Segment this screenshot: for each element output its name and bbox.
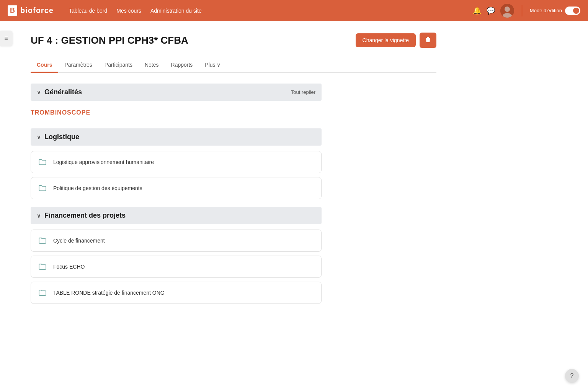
notifications-icon[interactable]: 🔔	[473, 7, 481, 15]
list-item[interactable]: Cycle de financement	[31, 230, 322, 252]
nav-tableau-de-bord[interactable]: Tableau de bord	[69, 8, 107, 14]
section-generalites-header[interactable]: ∨ Généralités Tout replier	[31, 84, 322, 101]
chevron-logistique-icon: ∨	[37, 134, 41, 140]
tab-notes[interactable]: Notes	[139, 57, 165, 72]
chevron-icon: ∨	[37, 89, 41, 95]
section-generalites-title-group: ∨ Généralités	[37, 88, 82, 96]
delete-icon	[425, 36, 431, 43]
nav-administration[interactable]: Administration du site	[150, 8, 202, 14]
section-financement-title-group: ∨ Financement des projets	[37, 212, 126, 220]
sidebar-toggle-button[interactable]: ≡	[0, 31, 12, 46]
folder-icon	[37, 183, 48, 194]
title-actions: Changer la vignette	[356, 33, 436, 48]
main-nav: Tableau de bord Mes cours Administration…	[69, 8, 202, 14]
course-item-label: Cycle de financement	[53, 238, 105, 244]
course-tabs: Cours Paramètres Participants Notes Rapp…	[31, 57, 436, 73]
delete-button[interactable]	[420, 33, 436, 48]
tab-parametres[interactable]: Paramètres	[58, 57, 98, 72]
course-item-label: Politique de gestion des équipements	[53, 185, 142, 191]
section-generalites: ∨ Généralités Tout replier TROMBINOSCOPE	[31, 84, 322, 119]
edition-toggle-switch[interactable]	[565, 7, 580, 15]
course-item-label: TABLE RONDE stratégie de financement ONG	[53, 290, 165, 296]
svg-rect-3	[426, 38, 430, 39]
messages-icon[interactable]: 💬	[487, 7, 495, 15]
section-generalites-title: Généralités	[44, 88, 82, 96]
logo-box: B	[8, 5, 17, 16]
course-item-label: Logistique approvisionnement humanitaire	[53, 159, 154, 165]
course-item-label: Focus ECHO	[53, 264, 85, 270]
logo-name: bioforce	[20, 6, 54, 15]
main-header: B bioforce Tableau de bord Mes cours Adm…	[0, 0, 588, 21]
change-vignette-button[interactable]: Changer la vignette	[356, 33, 416, 47]
section-financement-title: Financement des projets	[44, 212, 126, 220]
tab-participants[interactable]: Participants	[98, 57, 139, 72]
mode-edition-toggle[interactable]: Mode d'édition	[530, 7, 580, 15]
page-title-row: UF 4 : GESTION PPI CPH3* CFBA Changer la…	[31, 33, 436, 48]
list-item[interactable]: Logistique approvisionnement humanitaire	[31, 151, 322, 173]
chevron-financement-icon: ∨	[37, 213, 41, 219]
mode-edition-label: Mode d'édition	[530, 8, 562, 13]
avatar[interactable]	[500, 4, 514, 18]
page-title: UF 4 : GESTION PPI CPH3* CFBA	[31, 34, 188, 46]
folder-icon	[37, 261, 48, 272]
folder-icon	[37, 235, 48, 246]
list-item[interactable]: TABLE RONDE stratégie de financement ONG	[31, 282, 322, 304]
section-logistique: ∨ Logistique Logistique approvisionnemen…	[31, 128, 322, 199]
header-divider	[522, 5, 522, 16]
svg-point-1	[505, 7, 510, 12]
tab-rapports[interactable]: Rapports	[165, 57, 199, 72]
logo[interactable]: B bioforce	[8, 5, 54, 16]
section-financement-header[interactable]: ∨ Financement des projets	[31, 207, 322, 224]
avatar-image	[500, 4, 514, 18]
section-logistique-title-group: ∨ Logistique	[37, 133, 79, 141]
main-content: UF 4 : GESTION PPI CPH3* CFBA Changer la…	[0, 21, 459, 335]
trombinoscope-title: TROMBINOSCOPE	[31, 106, 322, 119]
tab-cours[interactable]: Cours	[31, 57, 58, 72]
list-item[interactable]: Focus ECHO	[31, 256, 322, 278]
section-financement: ∨ Financement des projets Cycle de finan…	[31, 207, 322, 304]
section-logistique-header[interactable]: ∨ Logistique	[31, 128, 322, 146]
header-right: 🔔 💬 Mode d'édition	[473, 4, 580, 18]
folder-icon	[37, 157, 48, 167]
sidebar-toggle-icon: ≡	[4, 35, 8, 42]
folder-icon	[37, 287, 48, 298]
nav-mes-cours[interactable]: Mes cours	[116, 8, 141, 14]
tab-plus[interactable]: Plus ∨	[199, 57, 227, 72]
list-item[interactable]: Politique de gestion des équipements	[31, 177, 322, 199]
section-logistique-title: Logistique	[44, 133, 79, 141]
collapse-all-button[interactable]: Tout replier	[291, 89, 315, 95]
